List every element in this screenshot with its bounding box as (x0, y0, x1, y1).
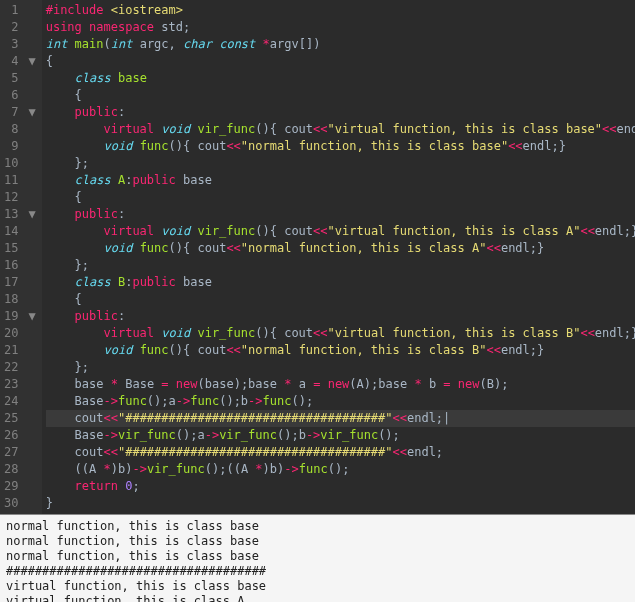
line-number: 11 (4, 172, 36, 189)
line-number: 17 (4, 274, 36, 291)
line-number: 18 (4, 291, 36, 308)
code-line[interactable]: } (46, 495, 635, 512)
line-number: 23 (4, 376, 36, 393)
line-number: 1 (4, 2, 36, 19)
code-line[interactable]: public: (46, 308, 635, 325)
line-number: 12 (4, 189, 36, 206)
code-line[interactable]: void func(){ cout<<"normal function, thi… (46, 138, 635, 155)
line-number: 4 ▼ (4, 53, 36, 70)
line-number: 27 (4, 444, 36, 461)
output-panel: normal function, this is class base norm… (0, 514, 635, 602)
code-line[interactable]: base * Base = new(base);base * a = new(A… (46, 376, 635, 393)
fold-icon[interactable]: ▼ (26, 206, 36, 223)
line-number: 25 (4, 410, 36, 427)
output-line: normal function, this is class base (6, 549, 629, 564)
code-editor[interactable]: 1 2 3 4 ▼ 5 6 7 ▼ 8 9 10 11 12 13 ▼ 14 1… (0, 0, 635, 514)
code-line[interactable]: using namespace std; (46, 19, 635, 36)
code-line[interactable]: class B:public base (46, 274, 635, 291)
line-number-gutter: 1 2 3 4 ▼ 5 6 7 ▼ 8 9 10 11 12 13 ▼ 14 1… (0, 0, 42, 514)
fold-icon[interactable]: ▼ (26, 104, 36, 121)
text-cursor: | (443, 411, 450, 425)
line-number: 22 (4, 359, 36, 376)
code-line[interactable]: }; (46, 359, 635, 376)
code-area[interactable]: #include <iostream> using namespace std;… (42, 0, 635, 514)
line-number: 19 ▼ (4, 308, 36, 325)
output-line: normal function, this is class base (6, 534, 629, 549)
code-line[interactable]: virtual void vir_func(){ cout<<"virtual … (46, 121, 635, 138)
line-number: 14 (4, 223, 36, 240)
code-line[interactable]: #include <iostream> (46, 2, 635, 19)
line-number: 20 (4, 325, 36, 342)
line-number: 21 (4, 342, 36, 359)
code-line[interactable]: virtual void vir_func(){ cout<<"virtual … (46, 325, 635, 342)
code-line[interactable]: { (46, 291, 635, 308)
code-line[interactable]: { (46, 53, 635, 70)
line-number: 29 (4, 478, 36, 495)
code-line[interactable]: ((A *)b)->vir_func();((A *)b)->func(); (46, 461, 635, 478)
line-number: 6 (4, 87, 36, 104)
code-line[interactable]: void func(){ cout<<"normal function, thi… (46, 342, 635, 359)
output-line: virtual function, this is class A (6, 594, 629, 602)
line-number: 15 (4, 240, 36, 257)
code-line[interactable]: class A:public base (46, 172, 635, 189)
fold-icon[interactable]: ▼ (26, 53, 36, 70)
code-line[interactable]: virtual void vir_func(){ cout<<"virtual … (46, 223, 635, 240)
code-line[interactable]: Base->vir_func();a->vir_func();b->vir_fu… (46, 427, 635, 444)
code-line[interactable]: int main(int argc, char const *argv[]) (46, 36, 635, 53)
code-line[interactable]: public: (46, 206, 635, 223)
line-number: 26 (4, 427, 36, 444)
output-line: normal function, this is class base (6, 519, 629, 534)
line-number: 10 (4, 155, 36, 172)
output-line: #################################### (6, 564, 629, 579)
line-number: 2 (4, 19, 36, 36)
line-number: 7 ▼ (4, 104, 36, 121)
line-number: 30 (4, 495, 36, 512)
code-line[interactable]: { (46, 87, 635, 104)
fold-icon[interactable]: ▼ (26, 308, 36, 325)
code-line[interactable]: public: (46, 104, 635, 121)
line-number: 16 (4, 257, 36, 274)
code-line[interactable]: class base (46, 70, 635, 87)
line-number: 24 (4, 393, 36, 410)
code-line[interactable]: void func(){ cout<<"normal function, thi… (46, 240, 635, 257)
code-line[interactable]: cout<<"#################################… (46, 410, 635, 427)
output-line: virtual function, this is class base (6, 579, 629, 594)
line-number: 8 (4, 121, 36, 138)
code-line[interactable]: cout<<"#################################… (46, 444, 635, 461)
code-line[interactable]: }; (46, 155, 635, 172)
code-line[interactable]: return 0; (46, 478, 635, 495)
code-line[interactable]: Base->func();a->func();b->func(); (46, 393, 635, 410)
line-number: 5 (4, 70, 36, 87)
line-number: 13 ▼ (4, 206, 36, 223)
line-number: 3 (4, 36, 36, 53)
line-number: 28 (4, 461, 36, 478)
line-number: 9 (4, 138, 36, 155)
code-line[interactable]: }; (46, 257, 635, 274)
code-line[interactable]: { (46, 189, 635, 206)
